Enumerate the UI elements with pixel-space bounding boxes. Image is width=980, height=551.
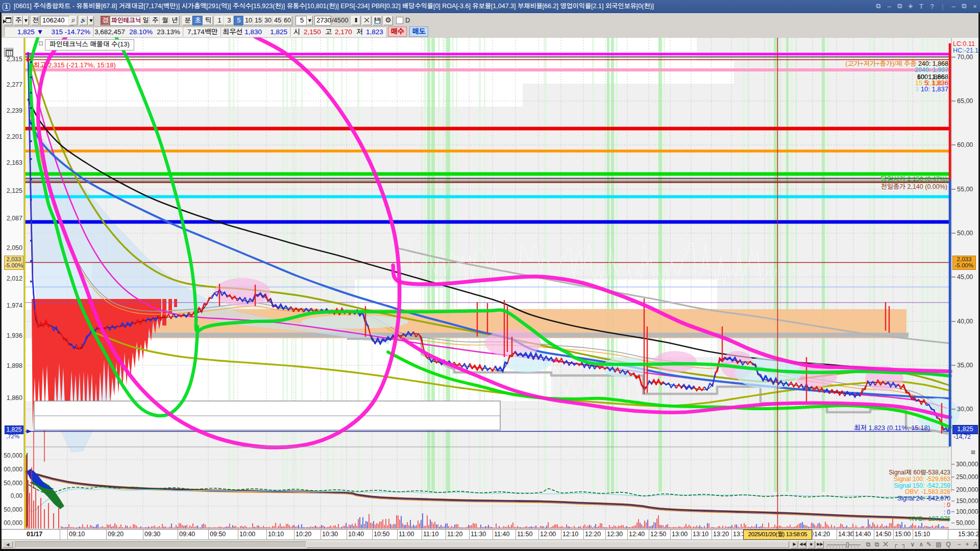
time-tick xyxy=(397,530,398,540)
time-tick xyxy=(372,530,373,540)
time-tick xyxy=(106,530,107,540)
time-label-5: 10:00 xyxy=(239,531,255,539)
speaker-arrow-icon[interactable]: ▾ xyxy=(88,16,94,26)
copy-window-icon[interactable]: ⧉ xyxy=(897,3,903,11)
window-controls: ⧉‒⧉✙T?|–⧉× xyxy=(875,0,978,13)
legend-checkbox[interactable] xyxy=(39,41,43,45)
speed-slider-handle[interactable] xyxy=(846,542,849,547)
zoom-out-icon[interactable]: − xyxy=(955,540,963,549)
wave-up-icon[interactable]: ∧ xyxy=(917,540,925,549)
play-icon[interactable]: ▶ xyxy=(791,541,798,548)
popout-icon[interactable]: ⧉ xyxy=(875,3,881,11)
vol-ratio: 23.13% xyxy=(157,28,180,37)
candle-adjust-icon[interactable]: ⬍ xyxy=(351,16,361,26)
chart-layout-icon[interactable] xyxy=(4,16,13,26)
time-label-31: 14:20 xyxy=(814,531,830,539)
interval-button-6[interactable]: 45 xyxy=(273,16,283,26)
d-checkbox[interactable] xyxy=(396,17,403,24)
mode-button-0[interactable]: 분 xyxy=(182,16,193,26)
stop-icon[interactable]: ■ xyxy=(807,541,815,548)
rewind-icon[interactable]: ◀◀ xyxy=(799,541,806,548)
cursor-tr-icon[interactable]: ┐ xyxy=(900,540,908,549)
bar-count-input[interactable]: 2730 xyxy=(314,16,331,26)
wave-down-icon[interactable]: ∨ xyxy=(909,540,917,549)
app-window: 1 [0601] 주식종합차트 - 유통비율[67.8] 거래대금[7,174(… xyxy=(0,0,980,551)
mode-button-2[interactable]: 틱 xyxy=(203,16,213,26)
open-label: 시 xyxy=(293,28,300,37)
time-label-21: 12:40 xyxy=(629,531,645,539)
cascade-icon[interactable]: ⧉ xyxy=(864,540,872,549)
minimize-pill-icon[interactable]: ‒ xyxy=(886,3,892,11)
grid-toggle-icon[interactable] xyxy=(4,48,13,57)
time-tick xyxy=(538,530,539,540)
help-icon[interactable]: ? xyxy=(929,3,935,11)
restore-icon[interactable]: ⧉ xyxy=(961,3,967,11)
week-combo-button[interactable]: 주 xyxy=(14,16,23,26)
chart-legend[interactable]: 파인테크닉스 매물대 수(13) xyxy=(45,39,134,51)
sell-button[interactable]: 매도 xyxy=(409,27,428,37)
time-label-33: 14:40 xyxy=(855,531,871,539)
line-add-icon[interactable]: ⨉ xyxy=(362,16,372,26)
time-tick xyxy=(813,530,813,540)
period-button-3[interactable]: 년 xyxy=(169,16,180,26)
settings-gear-icon[interactable]: ⚙ xyxy=(383,16,393,26)
tick-count-combo[interactable]: 5 xyxy=(296,16,307,26)
interval-button-3[interactable]: 10 xyxy=(243,16,254,26)
speaker-icon[interactable]: 🔊 xyxy=(79,16,88,26)
time-tick xyxy=(649,530,649,540)
speed-slider-track[interactable] xyxy=(827,544,861,545)
stock-name-box[interactable]: 파인테크닉 xyxy=(110,16,143,26)
time-tick xyxy=(837,530,837,540)
scrollbar-thumb[interactable] xyxy=(306,541,789,548)
time-tick xyxy=(893,530,894,540)
text-tool-icon[interactable]: T xyxy=(918,3,924,11)
high-label: 고 xyxy=(325,28,332,37)
forward-icon[interactable]: ▶▶ xyxy=(816,541,824,548)
close-icon[interactable]: × xyxy=(972,3,978,11)
interval-button-0[interactable]: 1 xyxy=(214,16,225,26)
tile-icon[interactable]: ⧉ xyxy=(873,540,881,549)
interval-button-2[interactable]: 5 xyxy=(234,16,244,26)
time-tick xyxy=(422,530,422,540)
pencil-icon[interactable]: ✎ xyxy=(925,540,933,549)
chart-canvas[interactable] xyxy=(0,37,980,540)
minimize-icon[interactable]: – xyxy=(950,3,957,11)
time-label-3: 09:40 xyxy=(179,531,195,539)
amount-value: 7,174백만 xyxy=(187,28,218,37)
interval-button-4[interactable]: 15 xyxy=(253,16,263,26)
bar-count-max: /4500 xyxy=(332,16,349,26)
info-bar: 1,825 ▼315 -14.72%3,682,45728.10%23.13%7… xyxy=(0,26,980,37)
time-tick xyxy=(874,530,874,540)
pin-icon[interactable]: ✙ xyxy=(908,4,914,10)
interval-button-5[interactable]: 30 xyxy=(263,16,273,26)
time-tick xyxy=(67,530,68,540)
zigzag-icon[interactable]: ⨉ xyxy=(881,540,890,549)
time-axis: 01/1709:1009:2009:3009:4009:5010:0010:10… xyxy=(0,529,980,540)
tick-combo-arrow-icon[interactable]: ▾ xyxy=(307,16,313,26)
chart-window-icon[interactable]: ▤ xyxy=(935,540,943,549)
cursor-tl-icon[interactable]: ┌ xyxy=(891,540,899,549)
scroll-left-button[interactable]: ◀ xyxy=(3,541,13,548)
high-value: 2,170 xyxy=(335,28,352,37)
zoom-in-icon[interactable]: + xyxy=(963,540,971,549)
week-combo-arrow-icon[interactable]: ▾ xyxy=(23,16,29,26)
save-icon[interactable]: 💾 xyxy=(373,16,382,26)
prev-stock-button[interactable]: 전 xyxy=(31,16,39,26)
time-tick xyxy=(208,530,209,540)
bottom-toolbar: ◀ ▶◀◀■▶▶⧉⧉⨉┌┐∨∧✎▤Q−+A xyxy=(0,540,980,549)
interval-button-7[interactable]: 60 xyxy=(282,16,292,26)
window-title: [0601] 주식종합차트 - 유통비율[67.8] 거래대금[7,174(백만… xyxy=(14,3,654,11)
search-icon[interactable]: ⌕ xyxy=(69,16,78,26)
period-button-1[interactable]: 주 xyxy=(150,16,160,26)
time-label-19: 12:20 xyxy=(585,531,601,539)
time-tick xyxy=(731,530,732,540)
mode-button-1[interactable]: 초 xyxy=(192,16,203,26)
time-tick xyxy=(516,530,516,540)
period-button-0[interactable]: 일 xyxy=(140,16,151,26)
time-label-10: 10:50 xyxy=(374,531,389,539)
interval-button-1[interactable]: 3 xyxy=(224,16,234,26)
speed-slider-dots xyxy=(827,546,861,548)
zoom-icon[interactable]: Q xyxy=(944,540,952,549)
buy-button[interactable]: 매수 xyxy=(388,27,407,37)
period-button-2[interactable]: 월 xyxy=(160,16,170,26)
